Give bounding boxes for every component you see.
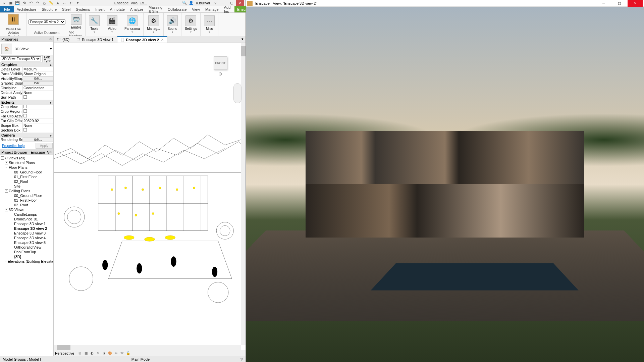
tab-insert[interactable]: Insert — [93, 6, 107, 12]
vr-enable-button[interactable]: 🥽 Enable — [69, 13, 84, 30]
file-tab[interactable]: File — [0, 6, 14, 12]
tree-view-item[interactable]: 02_Roof — [0, 179, 53, 184]
prop-row[interactable]: Crop View — [0, 105, 53, 109]
tree-view-item[interactable]: Enscape 3D view 5 — [0, 240, 53, 245]
tab-collaborate[interactable]: Collaborate — [165, 6, 189, 12]
sun-icon[interactable]: ☀ — [96, 351, 100, 356]
misc-button[interactable]: ⋯Misc▾ — [202, 15, 217, 34]
tree-view-item[interactable]: OrthograficIView — [0, 245, 53, 250]
properties-close-icon[interactable]: ✕ — [49, 37, 52, 41]
user-name[interactable]: k.burival — [196, 1, 210, 5]
tree-view-item[interactable]: Enscape 3D view 3 — [0, 231, 53, 236]
prop-row[interactable]: Sun Path — [0, 95, 53, 100]
prop-section-extents[interactable]: Extents⬨ — [0, 100, 53, 105]
instance-dropdown[interactable]: 3D View: Enscape 3D — [1, 56, 41, 61]
active-view-dropdown[interactable]: Enscape 3D view 2 — [29, 19, 65, 24]
status-filter-icon[interactable]: ▽ — [239, 357, 244, 362]
prop-row[interactable]: Far Clip Offset20329.92 — [0, 119, 53, 123]
prop-row[interactable]: Detail LevelMedium — [0, 67, 53, 72]
view-tab-enscape2[interactable]: ⬚Enscape 3D view 2✕ — [117, 36, 167, 43]
revit-logo-icon[interactable]: R — [1, 0, 7, 6]
tree-view-item[interactable]: Enscape 3D view 1 — [0, 221, 53, 226]
apply-button[interactable]: Apply — [36, 143, 53, 149]
minimize-button[interactable]: ─ — [219, 0, 227, 6]
prop-row[interactable]: Far Clip Active — [0, 114, 53, 119]
tab-annotate[interactable]: Annotate — [107, 6, 127, 12]
tab-close-icon[interactable]: ✕ — [161, 38, 164, 42]
navigation-bar[interactable] — [233, 83, 241, 103]
panorama-button[interactable]: 🌐Panorama▾ — [122, 15, 142, 34]
tree-view-item[interactable]: 02_Roof — [0, 203, 53, 207]
tab-massing[interactable]: Massing & Site — [146, 6, 165, 12]
prop-row[interactable]: Rendering Set...Edit... — [0, 138, 53, 142]
tab-manage[interactable]: Manage — [203, 6, 221, 12]
tree-view-item[interactable]: 01_First Floor — [0, 198, 53, 203]
shadow-icon[interactable]: ◗ — [102, 351, 106, 356]
sync-icon[interactable]: ⟲ — [21, 0, 27, 6]
tree-group[interactable]: − Floor Plans — [0, 165, 53, 170]
crop-icon[interactable]: ✂ — [114, 351, 118, 356]
dim-icon[interactable]: ↔ — [62, 0, 67, 6]
tree-group[interactable]: − 3D Views — [0, 207, 53, 212]
prop-row[interactable]: Section Box — [0, 128, 53, 133]
settings-button[interactable]: ⚙Settings▾ — [183, 15, 199, 34]
video-button[interactable]: 🎬Video▾ — [105, 15, 119, 34]
prop-row[interactable]: Parts VisibilityShow Original — [0, 72, 53, 76]
close-button[interactable]: ✕ — [236, 0, 244, 6]
reveal-icon[interactable]: 🔓 — [126, 351, 130, 356]
tab-analyze[interactable]: Analyze — [127, 6, 146, 12]
maximize-button[interactable]: ▢ — [227, 0, 235, 6]
more-icon[interactable]: ▾ — [75, 0, 80, 6]
render-icon[interactable]: 🎨 — [108, 351, 112, 356]
tab-view[interactable]: View — [189, 6, 203, 12]
prop-row[interactable]: Visibility/Grap...Edit... — [0, 76, 53, 81]
status-workset[interactable]: Main Model — [130, 357, 152, 361]
tree-group[interactable]: + Structural Plans — [0, 160, 53, 165]
visual-style-icon[interactable]: ◐ — [90, 351, 94, 356]
tab-overflow-icon[interactable]: ▾ — [239, 36, 246, 43]
enscape-minimize-button[interactable]: ─ — [596, 0, 611, 7]
print-icon[interactable]: ⎙ — [42, 0, 47, 6]
tree-view-item[interactable]: 01_First Floor — [0, 174, 53, 179]
horizontal-scrollbar[interactable] — [54, 345, 241, 350]
hide-icon[interactable]: 👁 — [120, 351, 124, 356]
tab-steel[interactable]: Steel — [59, 6, 73, 12]
tools-button[interactable]: 🔧Tools▾ — [87, 15, 102, 34]
sound-button[interactable]: 🔊Sound▾ — [165, 15, 180, 34]
prop-section-camera[interactable]: Camera⬨ — [0, 133, 53, 138]
type-dropdown-icon[interactable]: ▾ — [50, 47, 52, 51]
tree-group[interactable]: − Ceiling Plans — [0, 189, 53, 193]
prop-row[interactable]: Default Analy...None — [0, 91, 53, 95]
view-mode-label[interactable]: Perspective — [55, 351, 74, 355]
tree-view-item[interactable]: DroneShot_01 — [0, 217, 53, 221]
view-tab-3d[interactable]: ⬚{3D} — [54, 36, 73, 43]
tree-group[interactable]: + Elevations (Building Elevation — [0, 259, 53, 264]
3d-viewport[interactable]: FRONT ⊙ — [54, 43, 246, 350]
text-icon[interactable]: A — [55, 0, 60, 6]
tree-view-item[interactable]: PoolFromTop — [0, 250, 53, 254]
tab-architecture[interactable]: Architecture — [14, 6, 39, 12]
prop-row[interactable]: Graphic Displ...Edit... — [0, 81, 53, 86]
measure-icon[interactable]: 📏 — [48, 0, 54, 6]
prop-section-graphics[interactable]: Graphics⬨ — [0, 62, 53, 67]
tab-structure[interactable]: Structure — [39, 6, 59, 12]
view-type-label[interactable]: 3D View — [15, 47, 47, 51]
tree-view-item[interactable]: Site — [0, 184, 53, 189]
search-icon[interactable]: 🔍 — [182, 1, 187, 5]
open-icon[interactable]: ▣ — [8, 0, 13, 6]
browser-close-icon[interactable]: ✕ — [49, 150, 52, 154]
tree-view-item[interactable]: {3D} — [0, 254, 53, 259]
enscape-render-viewport[interactable] — [246, 7, 644, 362]
properties-help-link[interactable]: Properties help — [1, 143, 26, 148]
prop-row[interactable]: Crop Region ... — [0, 109, 53, 114]
prop-row[interactable]: Scope BoxNone — [0, 123, 53, 128]
tag-icon[interactable]: 🏷 — [68, 0, 74, 6]
tab-systems[interactable]: Systems — [73, 6, 93, 12]
tree-view-item[interactable]: Enscape 3D view 4 — [0, 236, 53, 240]
user-icon[interactable]: 👤 — [189, 1, 194, 5]
prop-row[interactable]: DisciplineCoordination — [0, 86, 53, 91]
enscape-close-button[interactable]: ✕ — [628, 0, 643, 7]
scale-icon[interactable]: ⊞ — [77, 351, 82, 356]
redo-icon[interactable]: ↷ — [35, 0, 40, 6]
tab-addins[interactable]: Add-Ins — [221, 6, 234, 12]
